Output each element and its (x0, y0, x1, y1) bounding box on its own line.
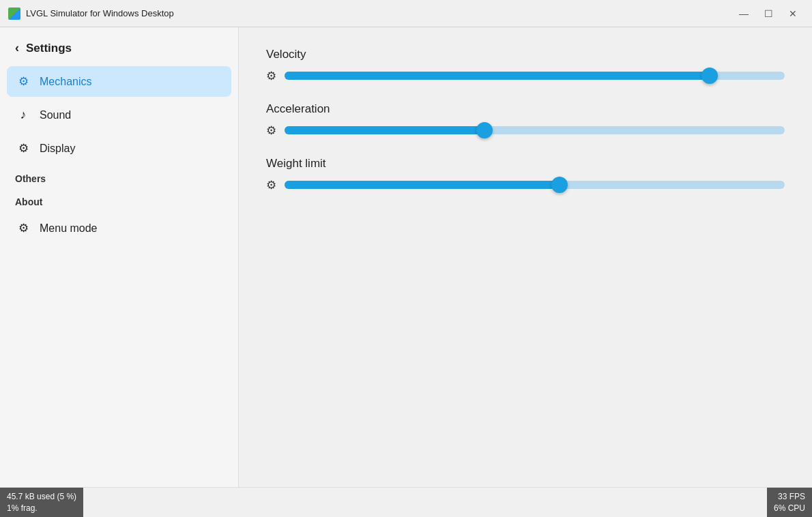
menu-mode-icon: ⚙ (16, 221, 30, 235)
sound-label: Sound (40, 109, 71, 121)
window-controls: — ☐ ✕ (733, 5, 804, 22)
display-label: Display (40, 143, 75, 155)
status-performance: 33 FPS 6% CPU (767, 488, 812, 517)
mechanics-label: Mechanics (40, 76, 91, 88)
sound-icon: ♪ (16, 108, 30, 122)
weight-limit-gear-icon[interactable]: ⚙ (266, 178, 276, 192)
titlebar: LVGL Simulator for Windows Desktop — ☐ ✕ (0, 0, 812, 27)
weight-limit-slider-container (285, 177, 785, 192)
statusbar: 45.7 kB used (5 %) 1% frag. 33 FPS 6% CP… (0, 487, 812, 517)
velocity-label: Velocity (266, 48, 785, 61)
sidebar-item-mechanics[interactable]: ⚙ Mechanics (7, 66, 231, 97)
velocity-slider-container (285, 68, 785, 83)
sidebar-item-display[interactable]: ⚙ Display (7, 133, 231, 164)
velocity-group: Velocity ⚙ (266, 48, 785, 83)
status-fps: 33 FPS (774, 491, 805, 503)
mechanics-icon: ⚙ (16, 74, 30, 89)
weight-limit-label: Weight limit (266, 157, 785, 171)
status-memory-line2: 1% frag. (7, 503, 76, 514)
others-section-label: Others (7, 166, 231, 187)
app-body: ‹ Settings ⚙ Mechanics ♪ Sound ⚙ Display… (0, 27, 812, 487)
acceleration-label: Acceleration (266, 102, 785, 116)
back-arrow-icon: ‹ (15, 41, 19, 55)
window-title: LVGL Simulator for Windows Desktop (26, 8, 733, 18)
acceleration-group: Acceleration ⚙ (266, 102, 785, 138)
status-memory-line1: 45.7 kB used (5 %) (7, 491, 76, 503)
maximize-button[interactable]: ☐ (757, 5, 779, 22)
minimize-button[interactable]: — (733, 5, 755, 22)
weight-limit-row: ⚙ (266, 177, 785, 192)
acceleration-row: ⚙ (266, 123, 785, 138)
main-panel: Velocity ⚙ Acceleration ⚙ (239, 27, 812, 487)
settings-back-button[interactable]: ‹ Settings (7, 35, 231, 61)
about-section-label: About (7, 190, 231, 210)
display-icon: ⚙ (16, 141, 30, 156)
velocity-row: ⚙ (266, 68, 785, 83)
sidebar-item-menu-mode[interactable]: ⚙ Menu mode (7, 213, 231, 243)
weight-limit-group: Weight limit ⚙ (266, 157, 785, 192)
settings-label: Settings (26, 42, 72, 55)
app-icon (8, 8, 20, 20)
acceleration-gear-icon[interactable]: ⚙ (266, 123, 276, 138)
status-cpu: 6% CPU (774, 503, 805, 514)
menu-mode-label: Menu mode (40, 222, 98, 235)
close-button[interactable]: ✕ (782, 5, 804, 22)
sidebar-item-sound[interactable]: ♪ Sound (7, 100, 231, 130)
status-memory: 45.7 kB used (5 %) 1% frag. (0, 488, 83, 517)
acceleration-slider-container (285, 123, 785, 138)
velocity-gear-icon[interactable]: ⚙ (266, 69, 276, 83)
sidebar: ‹ Settings ⚙ Mechanics ♪ Sound ⚙ Display… (0, 27, 239, 487)
